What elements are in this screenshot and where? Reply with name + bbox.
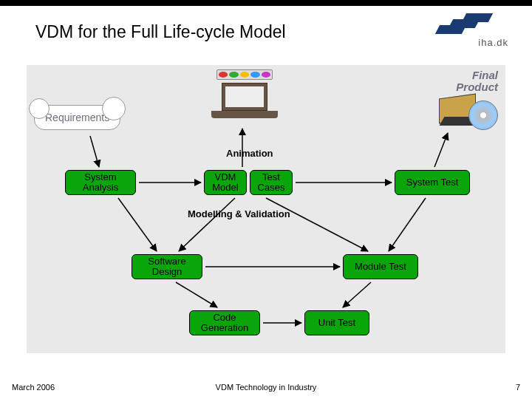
requirements-cloud: Requirements [34, 105, 120, 130]
logo-stripes-icon [437, 13, 508, 35]
diagram-canvas: Requirements Final Product Animation [27, 65, 505, 353]
node-system-test: System Test [395, 170, 470, 195]
top-accent-bar [0, 0, 532, 6]
final-product: Final Product [417, 69, 498, 133]
slide: VDM for the Full Life-cycle Model iha.dk… [0, 0, 532, 399]
node-vdm-model: VDMModel [204, 170, 247, 195]
node-system-analysis: SystemAnalysis [65, 170, 136, 195]
node-module-test: Module Test [343, 254, 418, 279]
logo-text: iha.dk [437, 37, 508, 48]
node-code-generation: CodeGeneration [189, 310, 260, 335]
caption-modelling: Modelling & Validation [188, 208, 290, 219]
requirements-label: Requirements [45, 112, 109, 123]
node-test-cases: TestCases [250, 170, 293, 195]
animation-gui-icon [211, 69, 278, 121]
final-product-label-2: Product [417, 81, 498, 93]
final-product-label-1: Final [417, 69, 498, 81]
laptop-disc-icon [439, 96, 498, 133]
logo-iha: iha.dk [437, 13, 508, 48]
footer-page-number: 7 [516, 383, 520, 392]
slide-title: VDM for the Full Life-cycle Model [35, 22, 286, 42]
caption-animation: Animation [226, 148, 273, 159]
node-software-design: SoftwareDesign [132, 254, 202, 279]
node-unit-test: Unit Test [304, 310, 369, 335]
footer-title: VDM Technology in Industry [0, 383, 532, 392]
